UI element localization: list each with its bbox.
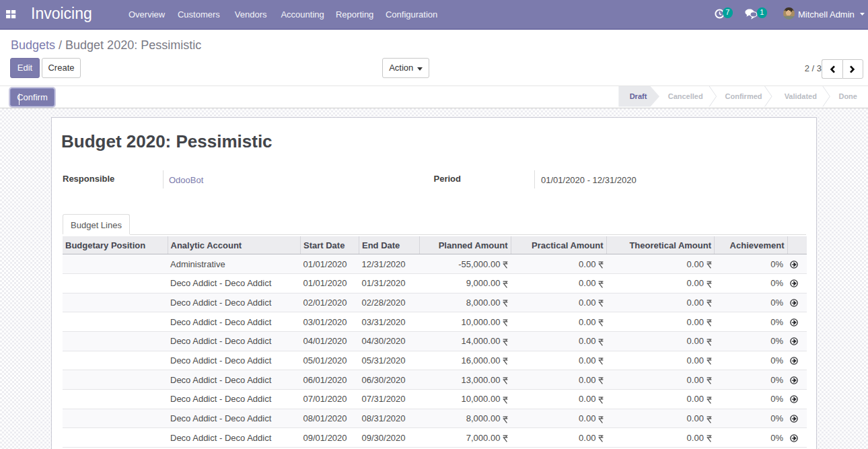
svg-text:Draft: Draft xyxy=(630,92,647,100)
svg-text:Cancelled: Cancelled xyxy=(668,92,703,100)
svg-text:Confirmed: Confirmed xyxy=(725,92,762,100)
svg-text:Done: Done xyxy=(838,92,857,100)
svg-text:Validated: Validated xyxy=(785,92,817,100)
